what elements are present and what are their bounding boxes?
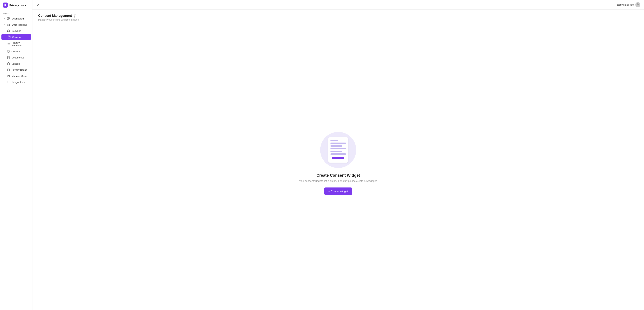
svg-point-8 [9, 24, 10, 25]
page-subtitle: Manage your existing widget templates. [38, 19, 638, 21]
top-bar: test@gmail.com [32, 0, 644, 10]
main-content: test@gmail.com Consent Management ? Mana… [32, 0, 644, 310]
user-area: test@gmail.com [617, 2, 640, 7]
doc-line-4 [330, 148, 346, 149]
sidebar: Privacy Lock Pages Dashboard Data Mappin… [0, 0, 32, 310]
doc-line-2 [330, 142, 346, 144]
users-icon [7, 74, 10, 78]
badge-icon [7, 68, 10, 71]
page-header: Consent Management ? Manage your existin… [38, 14, 638, 21]
app-name: Privacy Lock [9, 4, 26, 7]
svg-rect-25 [8, 63, 10, 65]
user-email: test@gmail.com [617, 4, 634, 6]
svg-rect-5 [8, 19, 9, 20]
sidebar-item-privacy-badge[interactable]: Privacy Badge [0, 67, 32, 73]
doc-card-illustration [328, 137, 348, 163]
sidebar-item-documents[interactable]: Documents [0, 55, 32, 61]
svg-point-19 [8, 50, 10, 53]
svg-point-27 [8, 75, 9, 76]
svg-point-21 [9, 51, 9, 51]
integrations-icon [7, 80, 10, 84]
empty-illustration [320, 132, 356, 168]
pages-section-label: Pages [0, 10, 32, 16]
sidebar-item-consent-label: Consent [12, 36, 21, 38]
list-icon [7, 43, 10, 46]
svg-point-23 [8, 52, 8, 52]
create-widget-button[interactable]: + Create Widget [324, 188, 352, 195]
consent-icon [8, 35, 11, 39]
cookie-icon [7, 50, 10, 53]
vendor-icon [7, 62, 10, 65]
svg-point-29 [637, 4, 638, 5]
sidebar-item-manage-users[interactable]: Manage Users [0, 73, 32, 79]
chevron-icon [3, 43, 5, 46]
help-icon[interactable]: ? [73, 14, 76, 18]
sidebar-item-manage-users-label: Manage Users [12, 75, 28, 77]
empty-state-description: Your consent widgets list is empty. For … [299, 180, 377, 183]
svg-point-7 [8, 24, 8, 25]
svg-point-10 [9, 25, 10, 26]
page-title-area: Consent Management ? [38, 14, 638, 18]
sidebar-item-privacy-badge-label: Privacy Badge [12, 69, 27, 71]
sidebar-item-domains[interactable]: Domains [0, 28, 32, 34]
sidebar-item-dashboard-label: Dashboard [12, 17, 24, 20]
svg-rect-2 [5, 5, 6, 6]
app-logo: Privacy Lock [0, 0, 32, 10]
sidebar-item-data-mapping-label: Data Mapping [12, 24, 27, 26]
svg-point-13 [8, 44, 8, 44]
sidebar-item-vendors[interactable]: Vendors [0, 61, 32, 67]
document-icon [7, 56, 10, 59]
doc-line-3 [330, 145, 342, 147]
close-button[interactable] [36, 3, 40, 7]
svg-point-20 [8, 51, 8, 51]
sidebar-item-dashboard[interactable]: Dashboard [0, 16, 32, 22]
data-mapping-icon [7, 23, 10, 26]
svg-point-15 [8, 44, 8, 44]
sidebar-item-integrations[interactable]: Integrations [0, 79, 32, 85]
svg-rect-24 [8, 56, 9, 59]
empty-state-heading: Create Consent Widget [316, 173, 360, 178]
sidebar-item-consent[interactable]: Consent [2, 34, 31, 40]
sidebar-item-domains-label: Domains [12, 30, 21, 32]
page-content: Consent Management ? Manage your existin… [32, 10, 644, 310]
svg-rect-6 [9, 19, 10, 20]
svg-rect-4 [9, 17, 10, 19]
sidebar-item-data-mapping[interactable]: Data Mapping [0, 22, 32, 28]
page-title-text: Consent Management [38, 14, 72, 18]
svg-point-9 [8, 25, 8, 26]
svg-point-17 [8, 45, 8, 45]
sidebar-item-privacy-requests-label: Privacy Requests [12, 42, 29, 47]
sidebar-item-privacy-requests[interactable]: Privacy Requests [0, 40, 32, 48]
doc-line-5 [330, 151, 342, 152]
logo-icon [3, 3, 8, 8]
svg-point-22 [8, 52, 9, 52]
svg-point-28 [9, 75, 10, 76]
chevron-icon [3, 24, 6, 26]
dashboard-icon [7, 17, 10, 20]
sidebar-item-documents-label: Documents [12, 56, 24, 59]
doc-button-line [332, 157, 344, 159]
sidebar-item-integrations-label: Integrations [12, 81, 25, 84]
chevron-icon [3, 17, 6, 20]
doc-line-6 [330, 153, 346, 155]
svg-rect-12 [8, 36, 10, 38]
user-avatar[interactable] [635, 2, 640, 7]
sidebar-item-cookies-label: Cookies [12, 50, 20, 53]
sidebar-item-cookies[interactable]: Cookies [0, 48, 32, 55]
svg-rect-3 [8, 17, 9, 19]
empty-state: Create Consent Widget Your consent widge… [38, 21, 638, 306]
doc-line-1 [330, 140, 338, 141]
sidebar-item-vendors-label: Vendors [12, 62, 20, 65]
chevron-icon [3, 81, 6, 83]
globe-icon [7, 29, 10, 33]
